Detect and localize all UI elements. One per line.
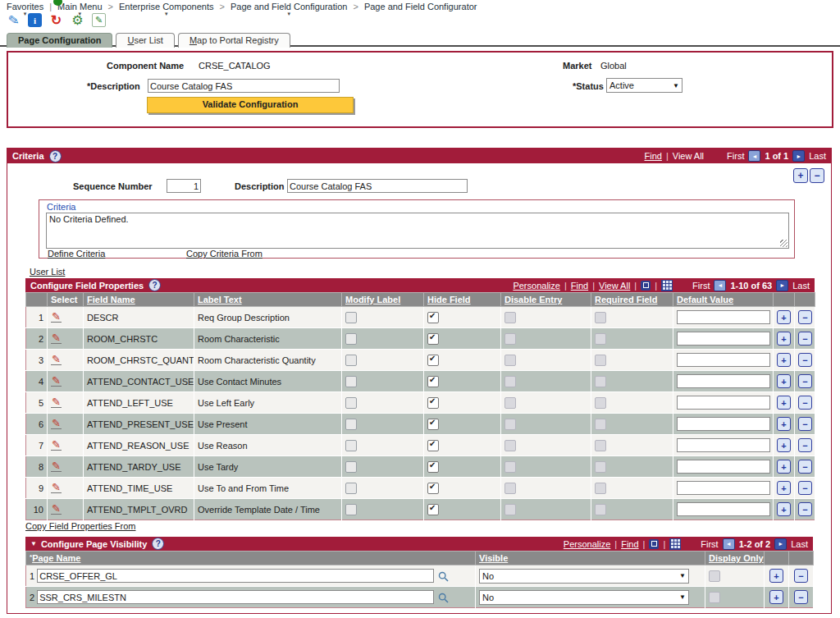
edit-pencil-icon[interactable]: ✎ — [51, 397, 62, 408]
edit-pencil-icon[interactable]: ✎ — [51, 355, 62, 365]
hide-field-checkbox[interactable] — [427, 461, 439, 473]
download-grid-icon[interactable] — [669, 538, 681, 550]
find-link[interactable]: Find — [644, 151, 661, 161]
hide-field-checkbox[interactable] — [427, 333, 439, 345]
modify-label-checkbox[interactable] — [345, 312, 357, 323]
remove-row-button[interactable]: − — [798, 353, 812, 367]
add-row-button[interactable]: + — [777, 502, 791, 516]
tab-user-list[interactable]: User List — [116, 33, 174, 48]
display-only-header[interactable]: Display Only — [705, 552, 765, 565]
criteria-description-input[interactable] — [287, 179, 468, 193]
add-row-button[interactable]: + — [793, 168, 808, 183]
hide-field-checkbox[interactable] — [427, 440, 439, 451]
validate-configuration-button[interactable]: Validate Configuration — [147, 97, 354, 113]
next-page-button[interactable]: ► — [776, 280, 788, 291]
last-label[interactable]: Last — [809, 151, 826, 161]
modify-label-checkbox[interactable] — [345, 376, 357, 387]
previous-page-button[interactable]: ◄ — [714, 280, 726, 291]
modify-label-header[interactable]: Modify Label — [342, 293, 424, 307]
hide-field-checkbox[interactable] — [427, 504, 439, 515]
edit-pencil-icon[interactable]: ✎ — [51, 483, 62, 493]
modify-label-checkbox[interactable] — [345, 504, 357, 515]
modify-label-checkbox[interactable] — [345, 419, 357, 430]
visible-header[interactable]: Visible — [476, 552, 705, 565]
last-label[interactable]: Last — [791, 539, 808, 549]
copy-criteria-from-link[interactable]: Copy Criteria From — [186, 249, 262, 259]
edit-pencil-icon[interactable]: ✎ — [51, 419, 62, 429]
remove-row-button[interactable]: − — [810, 168, 824, 183]
hide-field-header[interactable]: Hide Field — [424, 293, 501, 307]
page-name-input[interactable] — [37, 590, 434, 604]
add-row-button[interactable]: + — [777, 374, 791, 388]
hide-field-checkbox[interactable] — [427, 397, 439, 409]
edit-pencil-icon[interactable]: ✎ — [51, 461, 62, 472]
modify-label-checkbox[interactable] — [345, 461, 357, 473]
sequence-number-input[interactable] — [167, 179, 201, 193]
find-link[interactable]: Find — [621, 539, 638, 549]
disable-entry-header[interactable]: Disable Entry — [501, 293, 591, 307]
default-value-input[interactable] — [677, 460, 770, 474]
pencil-edit-icon[interactable]: ✎ — [6, 12, 21, 28]
default-value-input[interactable] — [677, 417, 770, 431]
modify-label-checkbox[interactable] — [345, 355, 357, 366]
copy-field-properties-from-link[interactable]: Copy Field Properties From — [25, 521, 136, 531]
lookup-magnifier-icon[interactable] — [438, 571, 449, 582]
first-label[interactable]: First — [692, 281, 710, 291]
add-row-button[interactable]: + — [777, 460, 791, 474]
lookup-magnifier-icon[interactable] — [438, 593, 449, 603]
personalize-link[interactable]: Personalize — [564, 539, 610, 549]
remove-row-button[interactable]: − — [798, 374, 812, 388]
modify-label-checkbox[interactable] — [345, 397, 357, 409]
add-row-button[interactable]: + — [769, 569, 783, 583]
first-label[interactable]: First — [727, 151, 744, 161]
define-criteria-link[interactable]: Define Criteria — [48, 249, 105, 259]
info-icon[interactable]: i — [28, 13, 42, 27]
default-value-input[interactable] — [677, 332, 770, 346]
add-row-button[interactable]: + — [777, 310, 791, 324]
add-row-button[interactable]: + — [777, 332, 791, 346]
remove-row-button[interactable]: − — [798, 396, 812, 410]
hide-field-checkbox[interactable] — [427, 376, 439, 387]
collapse-triangle-icon[interactable]: ▼ — [30, 540, 37, 547]
add-row-button[interactable]: + — [777, 417, 791, 431]
modify-label-checkbox[interactable] — [345, 483, 357, 494]
hide-field-checkbox[interactable] — [427, 419, 439, 430]
modify-label-checkbox[interactable] — [345, 333, 357, 345]
remove-row-button[interactable]: − — [798, 481, 812, 495]
edit-pencil-icon[interactable]: ✎ — [51, 333, 62, 344]
default-value-input[interactable] — [677, 374, 770, 388]
visible-select[interactable]: No ▼ — [479, 590, 689, 605]
hide-field-checkbox[interactable] — [427, 355, 439, 366]
remove-row-button[interactable]: − — [798, 460, 812, 474]
edit-pencil-icon[interactable]: ✎ — [51, 376, 62, 387]
remove-row-button[interactable]: − — [798, 438, 812, 452]
add-row-button[interactable]: + — [777, 438, 791, 452]
required-field-header[interactable]: Required Field — [591, 293, 673, 307]
remove-row-button[interactable]: − — [794, 569, 808, 583]
default-value-input[interactable] — [677, 310, 770, 324]
help-icon[interactable]: ? — [152, 538, 164, 550]
field-name-header[interactable]: Field Name — [84, 293, 194, 307]
view-all-link[interactable]: View All — [673, 151, 704, 161]
tab-map-to-portal-registry[interactable]: Map to Portal Registry — [178, 33, 290, 48]
default-value-input[interactable] — [677, 502, 770, 516]
criteria-textarea[interactable]: No Criteria Defined. — [46, 213, 789, 249]
modify-label-checkbox[interactable] — [345, 440, 357, 451]
description-input[interactable] — [148, 79, 340, 93]
remove-row-button[interactable]: − — [798, 502, 812, 516]
add-row-button[interactable]: + — [777, 396, 791, 410]
edit-pencil-icon[interactable]: ✎ — [51, 312, 62, 323]
default-value-input[interactable] — [677, 438, 770, 452]
default-value-input[interactable] — [677, 396, 770, 410]
add-row-button[interactable]: + — [777, 481, 791, 495]
edit-pencil-icon[interactable]: ✎ — [51, 440, 62, 451]
zoom-grid-icon[interactable] — [649, 539, 659, 549]
report-edit-icon[interactable]: ✎ — [92, 13, 106, 27]
hide-field-checkbox[interactable] — [427, 312, 439, 323]
zoom-grid-icon[interactable] — [641, 281, 651, 291]
personalize-link[interactable]: Personalize — [513, 281, 559, 291]
page-name-header[interactable]: *Page Name — [26, 552, 476, 565]
gear-icon[interactable]: ⚙ — [71, 13, 84, 27]
breadcrumb-page-field-configuration[interactable]: Page and Field Configuration ▾ — [231, 2, 347, 16]
user-list-link[interactable]: User List — [30, 267, 65, 277]
